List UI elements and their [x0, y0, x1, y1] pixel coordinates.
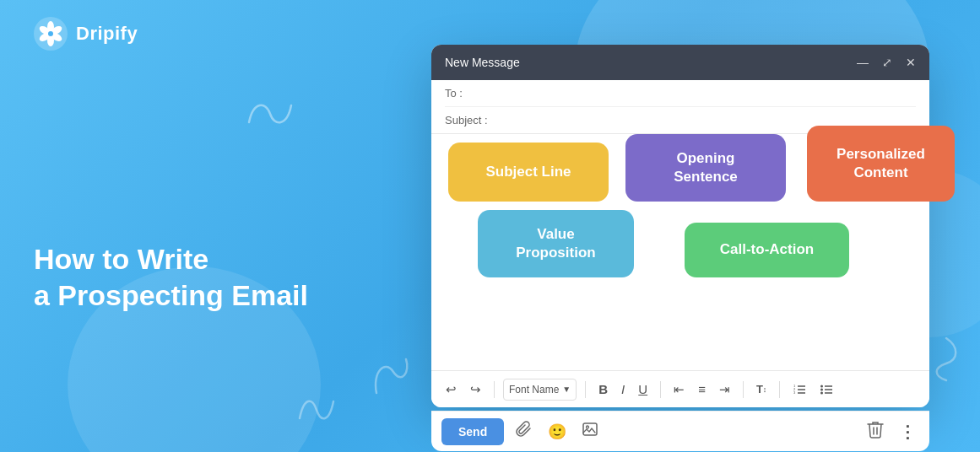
unordered-list-icon [820, 383, 833, 396]
to-input[interactable] [500, 87, 916, 100]
window-controls: — ⤢ ✕ [857, 56, 916, 68]
email-toolbar: ↩ ↪ Font Name ▼ B I U ⇤ ≡ ⇥ T↕ 1 2 3 [431, 370, 929, 407]
svg-rect-20 [583, 423, 597, 435]
svg-point-21 [587, 426, 589, 428]
email-actions: Send 🙂 ⋮ [431, 411, 929, 451]
font-name-select[interactable]: Font Name ▼ [503, 379, 577, 401]
undo-button[interactable]: ↩ [441, 379, 461, 401]
underline-button[interactable]: U [634, 379, 652, 400]
subject-line-pill: Subject Line [448, 143, 609, 202]
to-row: To : [445, 80, 916, 107]
delete-icon[interactable] [864, 417, 887, 446]
headline: How to Write a Prospecting Email [34, 241, 321, 313]
align-center-button[interactable]: ≡ [694, 379, 710, 400]
ordered-list-button[interactable]: 1 2 3 [788, 379, 810, 400]
logo-text: Dripify [76, 23, 138, 45]
svg-point-18 [820, 388, 823, 390]
svg-point-7 [48, 31, 53, 36]
minimize-button[interactable]: — [857, 56, 869, 68]
emoji-icon[interactable]: 🙂 [544, 419, 570, 444]
redo-button[interactable]: ↪ [466, 379, 485, 401]
align-right-button[interactable]: ⇥ [715, 379, 734, 401]
svg-point-19 [820, 391, 823, 394]
bold-button[interactable]: B [594, 379, 612, 400]
opening-sentence-pill: OpeningSentence [625, 134, 786, 202]
squiggle-decoration [245, 93, 295, 135]
italic-button[interactable]: I [617, 379, 629, 400]
squiggle-decoration-4 [929, 334, 963, 385]
to-label: To : [445, 87, 500, 100]
unordered-list-button[interactable] [815, 379, 837, 400]
logo-icon [34, 17, 68, 51]
window-title: New Message [445, 56, 857, 69]
squiggle-decoration-3 [368, 355, 414, 401]
svg-text:3: 3 [793, 390, 796, 395]
subject-label: Subject : [445, 114, 500, 126]
send-button[interactable]: Send [441, 418, 504, 445]
squiggle-decoration-2 [295, 393, 338, 427]
personalized-content-pill: PersonalizedContent [807, 126, 955, 202]
email-body: Subject Line OpeningSentence Personalize… [431, 134, 929, 336]
call-to-action-pill: Call-to-Action [685, 223, 849, 277]
toolbar-divider-2 [585, 381, 586, 398]
attach-icon[interactable] [512, 417, 536, 445]
image-icon[interactable] [578, 417, 602, 445]
toolbar-divider-5 [779, 381, 780, 398]
window-titlebar: New Message — ⤢ ✕ [431, 45, 929, 80]
toolbar-divider-3 [660, 381, 661, 398]
toolbar-divider-1 [494, 381, 495, 398]
value-proposition-pill: ValueProposition [478, 210, 634, 277]
toolbar-divider-4 [743, 381, 744, 398]
left-panel: How to Write a Prospecting Email [34, 140, 321, 313]
email-window: New Message — ⤢ ✕ To : Subject : Subject… [431, 45, 929, 407]
ordered-list-icon: 1 2 3 [793, 383, 806, 396]
subject-input[interactable] [500, 114, 916, 126]
more-options-icon[interactable]: ⋮ [896, 418, 919, 445]
logo: Dripify [34, 17, 138, 51]
text-size-button[interactable]: T↕ [752, 379, 771, 399]
maximize-button[interactable]: ⤢ [882, 56, 892, 68]
close-button[interactable]: ✕ [906, 56, 916, 68]
align-left-button[interactable]: ⇤ [669, 379, 689, 401]
svg-point-17 [820, 385, 823, 387]
